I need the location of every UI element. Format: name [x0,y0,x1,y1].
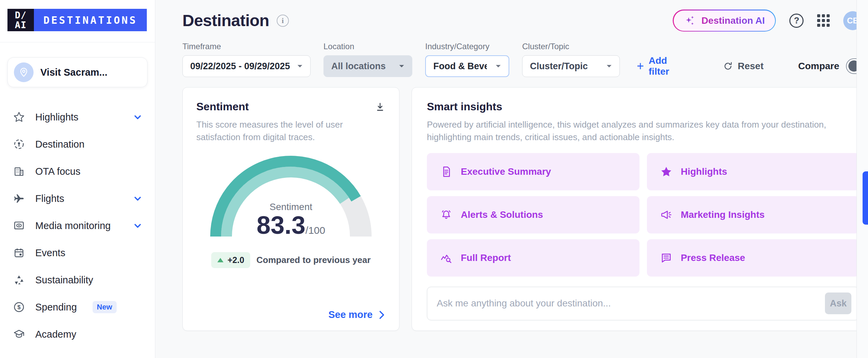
cluster-select[interactable]: Cluster/Topic [522,55,620,77]
sparkles-icon [684,15,696,27]
alerts-solutions-button[interactable]: Alerts & Solutions [427,196,639,233]
sidebar-item-label: Academy [35,329,76,340]
download-icon[interactable] [375,102,386,113]
cluster-value: Cluster/Topic [530,61,588,72]
brand-mark-bottom: AI [15,20,27,30]
caret-down-icon [606,64,612,68]
industry-select[interactable]: Food & Beverage [425,55,509,77]
sidebar-item-label: Spending [35,302,77,313]
industry-value: Food & Beverage [433,61,487,72]
location-value: All locations [331,61,386,72]
help-icon[interactable]: ? [789,14,804,28]
marketing-insights-button[interactable]: Marketing Insights [647,196,860,233]
sentiment-card: Sentiment This score measures the level … [182,87,399,331]
location-pin-icon [18,67,29,78]
ask-input[interactable] [437,298,825,309]
sentiment-title: Sentiment [196,100,249,113]
full-report-button[interactable]: Full Report [427,239,639,277]
scrollbar-thumb[interactable] [863,171,868,225]
smart-insights-description: Powered by artificial intelligence, this… [427,118,859,144]
main-content: Destination i Destination AI [155,0,868,358]
recycle-icon [13,274,25,286]
new-badge: New [93,301,117,313]
sidebar-item-label: Destination [35,139,84,150]
calendar-icon [13,247,25,259]
workspace-selector[interactable]: Visit Sacram... [7,57,147,87]
delta-value: +2.0 [228,255,244,265]
caret-down-icon [399,64,405,68]
academy-icon [13,328,25,340]
widgets-row: Sentiment This score measures the level … [182,87,868,331]
info-icon[interactable]: i [277,15,289,27]
sidebar-item-media-monitoring[interactable]: Media monitoring [0,212,155,239]
sidebar-item-label: Media monitoring [35,220,111,231]
destination-ai-button[interactable]: Destination AI [673,10,776,32]
smart-insights-card: Smart insights Powered by artificial int… [412,87,868,331]
sidebar-item-destination[interactable]: Destination [0,131,155,158]
document-icon [440,166,452,177]
press-release-button[interactable]: Press Release [647,239,860,277]
sidebar-item-events[interactable]: Events [0,239,155,266]
location-label: Location [323,42,412,51]
sidebar-item-report[interactable]: Report [0,348,155,358]
sidebar-nav: Highlights Destination OTA focus Flights… [0,103,155,358]
megaphone-icon [660,209,672,221]
sentiment-gauge: Sentiment 83.3/100 [210,155,372,244]
gauge-value: 83.3 [257,211,305,239]
apps-grid-icon[interactable] [817,14,830,27]
add-filter-label: Add filter [649,55,669,77]
chevron-down-icon[interactable] [133,221,142,230]
sidebar-item-spending[interactable]: $ Spending New [0,294,155,321]
speech-bubble-icon [660,252,672,264]
star-filled-icon [660,166,672,177]
svg-text:83.3/100: 83.3/100 [257,211,325,239]
trend-up-icon [217,258,223,262]
sidebar: D/ AI DESTINATIONS Visit Sacram... Highl… [0,0,155,358]
plane-icon [13,192,25,205]
sidebar-item-ota-focus[interactable]: OTA focus [0,158,155,185]
action-label: Full Report [461,252,511,263]
action-label: Press Release [681,252,745,263]
caret-down-icon [297,64,303,68]
reset-button[interactable]: Reset [723,55,764,77]
sidebar-divider [0,42,155,42]
chevron-down-icon[interactable] [133,113,142,121]
brand-logo[interactable]: D/ AI DESTINATIONS [7,9,155,31]
caret-down-icon [495,64,501,68]
see-more-label: See more [328,309,373,320]
location-select[interactable]: All locations [323,55,412,77]
action-label: Marketing Insights [681,209,765,220]
ask-box: Ask [427,287,859,320]
sidebar-item-label: Highlights [35,112,78,123]
executive-summary-button[interactable]: Executive Summary [427,153,639,190]
sidebar-item-label: Report [35,356,65,358]
reset-label: Reset [738,61,764,72]
compare-label: Compare [798,61,839,72]
brand-name: DESTINATIONS [34,9,147,31]
star-icon [13,111,25,123]
chevron-down-icon[interactable] [133,194,142,203]
timeframe-label: Timeframe [182,42,311,51]
building-icon [13,165,25,177]
sidebar-item-label: Flights [35,193,64,204]
timeframe-select[interactable]: 09/22/2025 - 09/29/2025 [182,55,311,77]
bell-icon [440,209,452,221]
sidebar-item-label: Sustainability [35,275,93,286]
add-filter-button[interactable]: + Add filter [637,55,669,77]
sidebar-item-highlights[interactable]: Highlights [0,103,155,131]
delta-badge: +2.0 [211,252,250,268]
action-label: Alerts & Solutions [461,209,543,220]
filters-bar: Timeframe 09/22/2025 - 09/29/2025 Locati… [182,42,868,77]
sentiment-description: This score measures the level of user sa… [196,118,366,144]
sidebar-item-flights[interactable]: Flights [0,185,155,212]
highlights-button[interactable]: Highlights [647,153,860,190]
page-header: Destination i Destination AI [182,10,868,32]
destination-icon [13,138,25,150]
ask-button[interactable]: Ask [825,293,851,314]
sidebar-item-academy[interactable]: Academy [0,321,155,348]
sidebar-item-label: Events [35,247,65,259]
see-more-link[interactable]: See more [328,309,386,320]
sidebar-item-label: OTA focus [35,166,80,177]
sidebar-item-sustainability[interactable]: Sustainability [0,266,155,294]
plus-icon: + [637,60,644,72]
